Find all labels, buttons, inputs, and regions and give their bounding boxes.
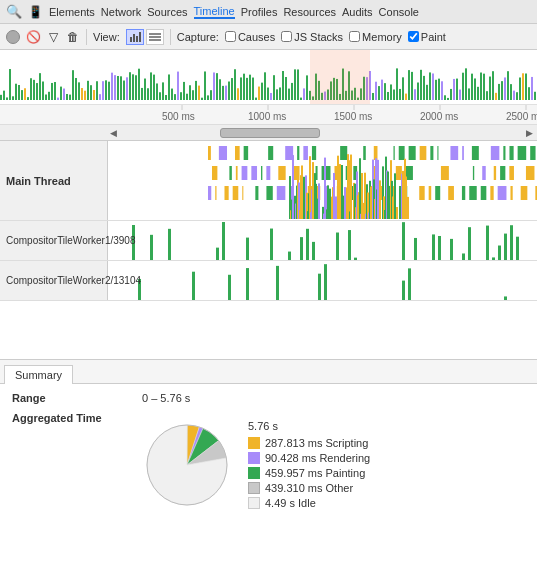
bar-chart-view-btn[interactable] — [126, 29, 144, 45]
record-button[interactable] — [6, 30, 20, 44]
pie-chart — [142, 420, 232, 510]
paint-checkbox[interactable] — [408, 31, 419, 42]
mini-overview[interactable] — [0, 50, 537, 105]
svg-rect-6 — [149, 39, 161, 41]
range-key: Range — [12, 392, 142, 404]
causes-checkbox-item: Causes — [225, 31, 275, 43]
other-color-swatch — [248, 482, 260, 494]
flame-chart-view-btn[interactable] — [146, 29, 164, 45]
causes-label: Causes — [238, 31, 275, 43]
compositor2-content[interactable] — [108, 261, 537, 300]
stop-button[interactable]: 🚫 — [26, 30, 40, 44]
svg-rect-5 — [149, 36, 161, 38]
main-thread-header: Main Thread — [0, 141, 108, 220]
scripting-label: 287.813 ms Scripting — [265, 437, 368, 449]
aggregated-key: Aggregated Time — [12, 412, 142, 424]
summary-content: Range 0 – 5.76 s Aggregated Time 5.76 s … — [0, 384, 537, 528]
painting-label: 459.957 ms Painting — [265, 467, 365, 479]
rendering-color-swatch — [248, 452, 260, 464]
toolbar: 🚫 ▽ 🗑 View: Capture: Causes JS Stacks Me… — [0, 24, 537, 50]
paint-label: Paint — [421, 31, 446, 43]
summary-section: Summary Range 0 – 5.76 s Aggregated Time… — [0, 360, 537, 574]
main-thread-content[interactable] — [108, 141, 537, 220]
compositor2-label: CompositorTileWorker2/13104 — [6, 275, 141, 286]
view-label: View: — [93, 31, 120, 43]
main-thread-label: Main Thread — [6, 175, 71, 187]
scroll-handle[interactable] — [220, 128, 320, 138]
compositor1-canvas — [108, 221, 537, 260]
main-thread-row: Main Thread — [0, 141, 537, 221]
idle-color-swatch — [248, 497, 260, 509]
memory-checkbox-item: Memory — [349, 31, 402, 43]
legend-rendering: 90.428 ms Rendering — [248, 452, 370, 464]
js-stacks-label: JS Stacks — [294, 31, 343, 43]
filter-icon[interactable]: ▽ — [46, 30, 60, 44]
pie-area: 5.76 s 287.813 ms Scripting 90.428 ms Re… — [142, 412, 370, 512]
memory-checkbox[interactable] — [349, 31, 360, 42]
legend-other: 439.310 ms Other — [248, 482, 370, 494]
idle-label: 4.49 s Idle — [265, 497, 316, 509]
summary-tab[interactable]: Summary — [4, 365, 73, 384]
svg-rect-0 — [130, 37, 132, 42]
compositor2-row: CompositorTileWorker2/13104 — [0, 261, 537, 301]
main-thread-canvas — [108, 141, 537, 220]
view-icons — [126, 29, 164, 45]
summary-tabs: Summary — [0, 360, 537, 384]
paint-checkbox-item: Paint — [408, 31, 446, 43]
total-time: 5.76 s — [248, 420, 370, 432]
nav-network[interactable]: Network — [101, 6, 141, 18]
nav-console[interactable]: Console — [379, 6, 419, 18]
svg-rect-4 — [149, 33, 161, 35]
nav-elements[interactable]: Elements — [49, 6, 95, 18]
js-stacks-checkbox-item: JS Stacks — [281, 31, 343, 43]
time-ruler — [0, 105, 537, 125]
nav-profiles[interactable]: Profiles — [241, 6, 278, 18]
range-row: Range 0 – 5.76 s — [12, 392, 525, 404]
scroll-area[interactable]: ◀ ▶ — [0, 125, 537, 141]
compositor1-label: CompositorTileWorker1/3908 — [6, 235, 136, 246]
scroll-expand-right[interactable]: ▶ — [526, 128, 533, 138]
mini-overview-canvas — [0, 50, 537, 105]
ruler-canvas — [110, 105, 537, 122]
timeline-container: ◀ ▶ Main Thread CompositorTileWorker1/39… — [0, 50, 537, 360]
legend-scripting: 287.813 ms Scripting — [248, 437, 370, 449]
compositor1-header: CompositorTileWorker1/3908 — [0, 221, 108, 260]
nav-audits[interactable]: Audits — [342, 6, 373, 18]
trash-icon[interactable]: 🗑 — [66, 30, 80, 44]
separator — [86, 29, 87, 45]
scripting-color-swatch — [248, 437, 260, 449]
capture-label: Capture: — [177, 31, 219, 43]
scroll-expand-left[interactable]: ◀ — [110, 128, 117, 138]
svg-rect-2 — [136, 36, 138, 42]
pie-canvas — [142, 420, 232, 510]
other-label: 439.310 ms Other — [265, 482, 353, 494]
legend-painting: 459.957 ms Painting — [248, 467, 370, 479]
device-icon[interactable]: 📱 — [28, 5, 43, 19]
range-val: 0 – 5.76 s — [142, 392, 190, 404]
pie-legend: 5.76 s 287.813 ms Scripting 90.428 ms Re… — [248, 420, 370, 512]
svg-rect-3 — [139, 32, 141, 42]
compositor2-header: CompositorTileWorker2/13104 — [0, 261, 108, 300]
separator2 — [170, 29, 171, 45]
summary-table: Range 0 – 5.76 s Aggregated Time 5.76 s … — [12, 392, 525, 520]
svg-rect-1 — [133, 34, 135, 42]
aggregated-row: Aggregated Time 5.76 s 287.813 ms Script… — [12, 412, 525, 512]
nav-sources[interactable]: Sources — [147, 6, 187, 18]
compositor1-row: CompositorTileWorker1/3908 — [0, 221, 537, 261]
rendering-label: 90.428 ms Rendering — [265, 452, 370, 464]
compositor2-canvas — [108, 261, 537, 300]
top-nav: 🔍 📱 Elements Network Sources Timeline Pr… — [0, 0, 537, 24]
nav-timeline[interactable]: Timeline — [194, 5, 235, 19]
js-stacks-checkbox[interactable] — [281, 31, 292, 42]
causes-checkbox[interactable] — [225, 31, 236, 42]
nav-resources[interactable]: Resources — [283, 6, 336, 18]
search-icon[interactable]: 🔍 — [6, 4, 22, 19]
painting-color-swatch — [248, 467, 260, 479]
memory-label: Memory — [362, 31, 402, 43]
compositor1-content[interactable] — [108, 221, 537, 260]
legend-idle: 4.49 s Idle — [248, 497, 370, 509]
